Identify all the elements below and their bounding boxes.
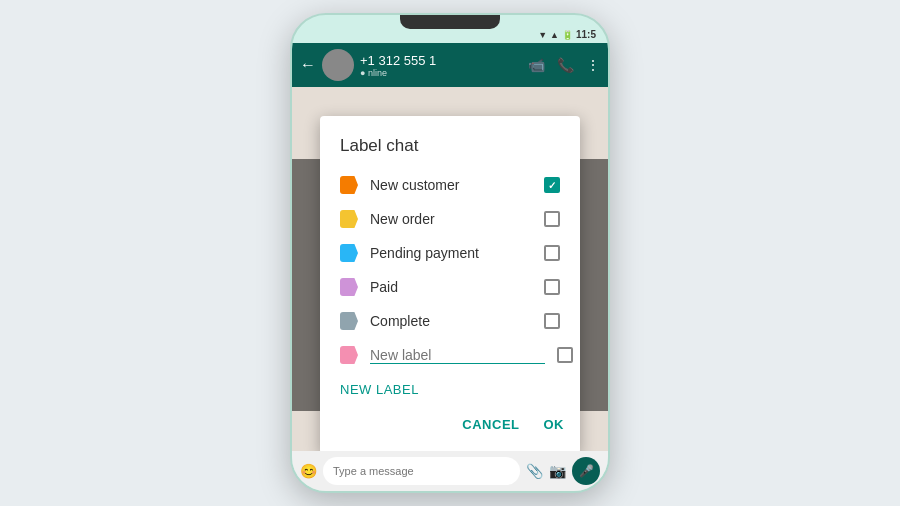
label-color-new-label	[340, 346, 358, 364]
label-item-new-customer[interactable]: New customer	[320, 168, 580, 202]
wifi-icon: ▲	[550, 30, 559, 40]
checkbox-pending-payment[interactable]	[544, 245, 560, 261]
back-button[interactable]: ←	[300, 56, 316, 74]
label-text-pending-payment: Pending payment	[370, 245, 532, 261]
label-chat-dialog: Label chat New customer New order	[320, 116, 580, 454]
clock: 11:5	[576, 29, 596, 40]
status-bar: ▼ ▲ 🔋 11:5	[538, 29, 596, 40]
dialog-title: Label chat	[320, 136, 580, 168]
checkbox-paid[interactable]	[544, 279, 560, 295]
checkbox-new-customer[interactable]	[544, 177, 560, 193]
video-call-icon[interactable]: 📹	[528, 57, 545, 73]
label-text-new-customer: New customer	[370, 177, 532, 193]
label-color-new-customer	[340, 176, 358, 194]
contact-name: +1 312 555 1	[360, 53, 522, 68]
ok-button[interactable]: OK	[540, 411, 569, 438]
label-item-new-label-input[interactable]	[320, 338, 580, 372]
dialog-overlay: Label chat New customer New order	[292, 159, 608, 411]
label-item-new-order[interactable]: New order	[320, 202, 580, 236]
avatar	[322, 49, 354, 81]
label-text-paid: Paid	[370, 279, 532, 295]
checkbox-new-order[interactable]	[544, 211, 560, 227]
contact-status: ● nline	[360, 68, 522, 78]
attach-button[interactable]: 📎	[526, 463, 543, 479]
dialog-actions: CANCEL OK	[320, 407, 580, 446]
header-icons: 📹 📞 ⋮	[528, 57, 600, 73]
camera-button[interactable]: 📷	[549, 463, 566, 479]
whatsapp-header: ← +1 312 555 1 ● nline 📹 📞 ⋮	[292, 43, 608, 87]
message-input[interactable]	[323, 457, 520, 485]
phone-frame: ▼ ▲ 🔋 11:5 ← +1 312 555 1 ● nline 📹 📞 ⋮ …	[290, 13, 610, 493]
emoji-button[interactable]: 😊	[300, 463, 317, 479]
label-color-new-order	[340, 210, 358, 228]
label-color-complete	[340, 312, 358, 330]
signal-icon: ▼	[538, 30, 547, 40]
phone-call-icon[interactable]: 📞	[557, 57, 574, 73]
contact-info: +1 312 555 1 ● nline	[360, 53, 522, 78]
menu-icon[interactable]: ⋮	[586, 57, 600, 73]
label-color-paid	[340, 278, 358, 296]
label-item-complete[interactable]: Complete	[320, 304, 580, 338]
new-label-input[interactable]	[370, 347, 545, 364]
label-color-pending-payment	[340, 244, 358, 262]
phone-notch	[400, 15, 500, 29]
checkbox-new-label[interactable]	[557, 347, 573, 363]
new-label-button[interactable]: NEW LABEL	[320, 372, 580, 407]
bottom-bar: 😊 📎 📷 🎤	[292, 451, 608, 491]
battery-icon: 🔋	[562, 30, 573, 40]
chat-background: Label chat New customer New order	[292, 87, 608, 451]
cancel-button[interactable]: CANCEL	[458, 411, 523, 438]
checkbox-complete[interactable]	[544, 313, 560, 329]
mic-button[interactable]: 🎤	[572, 457, 600, 485]
label-item-paid[interactable]: Paid	[320, 270, 580, 304]
label-text-complete: Complete	[370, 313, 532, 329]
label-text-new-order: New order	[370, 211, 532, 227]
label-item-pending-payment[interactable]: Pending payment	[320, 236, 580, 270]
label-list: New customer New order Pending payment	[320, 168, 580, 372]
